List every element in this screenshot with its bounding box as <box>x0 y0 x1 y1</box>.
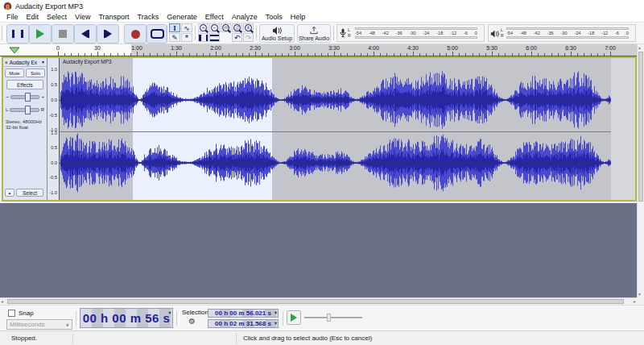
effects-button[interactable]: Effects <box>6 80 43 89</box>
ruler-tick <box>183 53 184 56</box>
speed-thumb[interactable] <box>327 314 331 322</box>
zoom-toggle-button[interactable]: ± <box>243 23 254 32</box>
zoom-in-button[interactable]: + <box>198 23 208 32</box>
selection-end-field[interactable]: 00 h 02 m 31.568 s ▾ <box>208 319 279 328</box>
mute-button[interactable]: Mute <box>5 69 24 77</box>
menu-tools[interactable]: Tools <box>262 13 287 21</box>
menu-effect[interactable]: Effect <box>201 13 228 21</box>
waveform-area[interactable] <box>60 58 611 200</box>
chevron-down-icon[interactable]: ▼ <box>41 60 45 64</box>
gain-slider[interactable]: − + <box>6 92 44 102</box>
close-icon[interactable]: × <box>5 60 8 65</box>
vertical-scrollbar[interactable]: ▴ ▾ <box>637 44 644 297</box>
menu-generate[interactable]: Generate <box>163 13 201 21</box>
selection-tool-button[interactable]: I <box>169 23 180 32</box>
selection-start-caret-icon[interactable]: ▾ <box>275 310 277 315</box>
menu-transport[interactable]: Transport <box>94 13 133 21</box>
timeline-ruler[interactable]: 0301:001:302:002:303:003:304:004:305:005… <box>0 44 637 56</box>
zoom-selection-button[interactable]: ▭ <box>221 23 231 32</box>
selection-start-field[interactable]: 00 h 00 m 56.021 s ▾ <box>208 309 279 318</box>
envelope-tool-button[interactable]: ∿ <box>181 23 192 32</box>
toolbar-grip[interactable] <box>283 311 286 326</box>
ruler-tick <box>354 53 355 56</box>
trim-audio-button[interactable] <box>198 33 208 42</box>
silence-audio-button[interactable] <box>209 33 220 42</box>
record-button[interactable] <box>124 24 147 44</box>
playback-speed-slider[interactable] <box>304 314 362 321</box>
loop-pin-icon[interactable] <box>9 47 20 54</box>
toolbar-grip[interactable] <box>76 311 79 326</box>
menu-view[interactable]: View <box>71 13 94 21</box>
gear-icon[interactable]: ⚙ <box>188 317 196 326</box>
menu-help[interactable]: Help <box>287 13 310 21</box>
audio-setup-button[interactable]: Audio Setup <box>259 24 295 43</box>
multi-tool-button[interactable]: * <box>181 33 192 42</box>
ruler-label: 0 <box>47 45 69 51</box>
ruler-tick <box>485 53 486 56</box>
track-select-button[interactable]: Select <box>16 189 43 197</box>
undo-button[interactable]: ↶ <box>232 33 242 42</box>
menu-file[interactable]: File <box>2 13 23 21</box>
menu-tracks[interactable]: Tracks <box>134 13 163 21</box>
gain-thumb[interactable] <box>25 93 31 102</box>
zoom-out-button[interactable]: − <box>209 23 220 32</box>
loop-button[interactable] <box>147 24 167 44</box>
menu-select[interactable]: Select <box>43 13 71 21</box>
pan-slider[interactable]: L R <box>6 105 44 114</box>
collapse-button[interactable]: ▴ <box>5 189 14 197</box>
ruler-tick <box>222 53 223 56</box>
snap-control[interactable]: Snap <box>8 310 34 317</box>
draw-tool-button[interactable]: ✎ <box>169 33 180 42</box>
ruler-tick <box>275 53 276 56</box>
ruler-tick <box>440 53 440 56</box>
snap-checkbox[interactable] <box>8 310 15 317</box>
vertical-scale-ruler[interactable]: 1.00.50.0-0.5-1.01.00.50.0-0.5-1.0 <box>47 58 60 200</box>
skip-to-start-button[interactable] <box>74 24 97 44</box>
zoom-project-button[interactable]: ▯ <box>232 23 242 32</box>
ruler-tick <box>110 53 111 56</box>
selection-end-caret-icon[interactable]: ▾ <box>275 320 277 326</box>
ruler-tick <box>58 52 59 56</box>
ruler-tick <box>452 52 453 56</box>
snap-mode-dropdown[interactable]: Milliseconds ∨ <box>6 319 72 330</box>
vertical-scroll-thumb[interactable] <box>638 52 643 202</box>
zoom-in-icon: + <box>200 24 207 31</box>
redo-button[interactable]: ↷ <box>243 33 254 42</box>
ruler-tick <box>610 52 611 56</box>
play-at-speed-button[interactable] <box>287 310 301 325</box>
ruler-tick <box>64 53 65 56</box>
ruler-tick <box>544 53 545 56</box>
ruler-label: 5:00 <box>441 45 464 51</box>
track-header-name[interactable]: Audacity Ex <box>10 60 39 65</box>
meter-scale-value: -42 <box>534 31 540 35</box>
scroll-down-icon[interactable]: ▾ <box>638 291 641 297</box>
ruler-tick <box>203 53 204 56</box>
meter-bar <box>506 27 629 30</box>
audio-track[interactable]: × Audacity Ex ▼ Mute Solo Effects − + L … <box>2 56 637 202</box>
play-button[interactable] <box>29 24 52 44</box>
audio-position-display[interactable]: 00 h 00 m 56 s ▾ <box>80 308 173 328</box>
speaker-icon <box>490 30 500 38</box>
toolbar-grip[interactable] <box>2 26 5 40</box>
time-format-caret-icon[interactable]: ▾ <box>168 310 171 315</box>
pause-button[interactable] <box>6 24 29 44</box>
stop-button[interactable] <box>52 24 74 44</box>
scroll-right-icon[interactable]: ▸ <box>634 298 636 305</box>
menu-edit[interactable]: Edit <box>23 13 43 21</box>
share-audio-button[interactable]: Share Audio <box>297 24 331 43</box>
horizontal-scrollbar[interactable]: ◂ ▸ <box>0 297 637 305</box>
zoom-selection-icon: ▭ <box>222 24 229 31</box>
waveform-canvas[interactable] <box>60 58 611 200</box>
skip-to-end-button[interactable] <box>97 24 119 44</box>
horizontal-scroll-thumb[interactable] <box>7 299 624 304</box>
track-header[interactable]: × Audacity Ex ▼ <box>3 58 47 67</box>
ruler-tick <box>150 53 151 56</box>
recording-meter[interactable]: LR -54-48-42-36-30-24-18-12-60 <box>336 24 485 42</box>
scroll-left-icon[interactable]: ◂ <box>1 298 3 305</box>
pan-thumb[interactable] <box>25 106 31 114</box>
toolbar-grip[interactable] <box>176 311 180 326</box>
menu-analyze[interactable]: Analyze <box>228 13 262 21</box>
solo-button[interactable]: Solo <box>26 69 45 77</box>
playback-meter[interactable]: LR -54-48-42-36-30-24-18-12-60 <box>488 24 636 42</box>
scroll-up-icon[interactable]: ▴ <box>638 44 641 51</box>
